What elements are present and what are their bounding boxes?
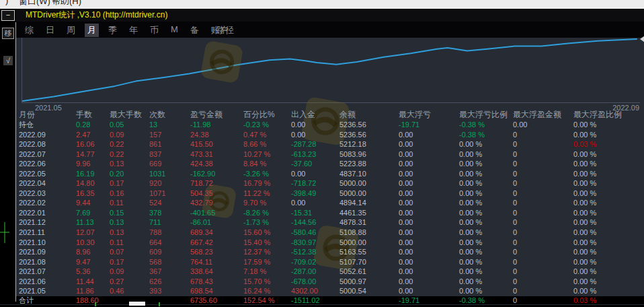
table-cell: 0: [513, 296, 573, 305]
table-row[interactable]: 2021.098.960.07609568.2312.37 %-512.3851…: [16, 247, 644, 257]
table-row[interactable]: 2022.0714.770.22837473.3110.27 %-613.235…: [16, 149, 644, 160]
table-row[interactable]: 2021.1112.070.13788689.3415.60 %-580.465…: [16, 228, 644, 238]
tab-M[interactable]: M: [168, 24, 181, 37]
table-cell: 0.00 %: [573, 257, 644, 267]
scrollbar-thumb[interactable]: [129, 302, 145, 306]
table-cell: 0.46: [110, 286, 149, 296]
table-cell: 11.44: [76, 277, 110, 287]
tab-综[interactable]: 综: [22, 24, 36, 37]
equity-chart[interactable]: [22, 38, 640, 103]
table-cell: 0.00: [399, 286, 459, 296]
move-tool-button[interactable]: 移: [2, 28, 14, 39]
table-row[interactable]: 2021.0611.440.27626678.4315.70 %-678.005…: [16, 277, 644, 287]
table-cell: 0.20: [110, 169, 149, 179]
table-row[interactable]: 2022.0516.190.201031-162.90-3.26 %0.0048…: [16, 169, 644, 179]
table-cell: 2.47: [76, 130, 110, 140]
table-cell: 788: [149, 228, 190, 238]
table-cell: 0.13: [110, 159, 149, 169]
table-cell: 0.00 %: [573, 149, 644, 160]
table-cell: 0.00 %: [459, 267, 513, 277]
table-cell: 0.00: [399, 198, 459, 208]
table-row[interactable]: 2022.0816.060.22861415.508.66 %-287.2852…: [16, 139, 644, 149]
bottom-scrollbar-track[interactable]: [0, 304, 644, 307]
tab-币[interactable]: 币: [147, 24, 161, 37]
table-cell: 0.00 %: [459, 159, 513, 169]
table-cell: -613.23: [291, 149, 339, 160]
table-cell: 4461.35: [339, 208, 399, 218]
tab-bar: 综日周月季年币M备账户 路径: [16, 22, 644, 38]
table-cell: 0: [513, 277, 573, 287]
table-cell: 2022.06: [19, 159, 76, 169]
table-cell: 2022.07: [19, 149, 76, 160]
table-cell: 0.09: [110, 130, 149, 140]
table-cell: 5107.70: [339, 257, 399, 267]
path-label[interactable]: 路径: [216, 24, 234, 36]
table-cell: 0.11: [110, 198, 149, 208]
table-cell: 0.00: [399, 238, 459, 248]
column-header: 次数: [149, 110, 190, 120]
menu-item-help[interactable]: 帮助(H): [52, 0, 81, 7]
table-cell: 0.00 %: [573, 286, 644, 296]
table-cell: 0.00: [399, 257, 459, 267]
table-cell: 17.59 %: [243, 257, 291, 267]
table-cell: 393: [149, 286, 190, 296]
table-row[interactable]: 2021.089.470.17568764.1117.59 %-709.0251…: [16, 257, 644, 267]
table-cell: 2021.12: [19, 217, 76, 228]
table-cell: -718.72: [291, 178, 339, 189]
table-cell: 5083.96: [339, 149, 399, 160]
table-row[interactable]: 2022.092.470.0915724.380.47 %0.005236.56…: [16, 130, 644, 140]
table-cell: 0.00 %: [459, 208, 513, 218]
column-header: 月份: [19, 110, 76, 120]
table-cell: -830.97: [291, 238, 339, 248]
table-row[interactable]: 2021.1211.130.13711-86.01-1.73 %-144.564…: [16, 217, 644, 228]
menu-item-window[interactable]: 窗口(W): [19, 0, 50, 7]
check-tool-button[interactable]: √: [3, 56, 13, 65]
table-cell: 14.80: [76, 178, 110, 189]
table-cell: 152.54 %: [243, 296, 291, 305]
table-row[interactable]: 2022.029.440.11524432.799.70 %0.004894.1…: [16, 198, 644, 208]
table-cell: 0: [513, 208, 573, 218]
table-row[interactable]: 2021.075.360.09367338.647.18 %-287.00505…: [16, 267, 644, 277]
table-row[interactable]: 2021.1010.300.11664667.4215.40 %-830.975…: [16, 238, 644, 248]
tab-季[interactable]: 季: [106, 24, 120, 37]
table-cell: 0: [513, 130, 573, 140]
table-cell: 2022.01: [19, 208, 76, 218]
table-row[interactable]: 持仓0.280.0513-11.98-0.23 %0.005236.56-19.…: [16, 120, 644, 130]
title-bar[interactable]: MTDriver统计 ,V3.10 (http://mtdriver.cn): [16, 9, 644, 22]
table-row[interactable]: 2022.0414.800.17920718.7216.79 %-718.725…: [16, 178, 644, 189]
table-cell: 14.77: [76, 149, 110, 160]
table-cell: 0: [513, 159, 573, 169]
table-cell: 0.00 %: [459, 169, 513, 179]
table-cell: 0.00 %: [573, 178, 644, 189]
table-cell: 11.22 %: [243, 189, 291, 199]
table-row[interactable]: 2021.0511.860.46393698.5416.24 %4302.005…: [16, 286, 644, 296]
table-row[interactable]: 2022.069.960.13669424.388.84 %-37.605223…: [16, 159, 644, 169]
scrollbar-tick: [159, 302, 160, 306]
table-cell: 0.17: [110, 257, 149, 267]
table-cell: 5.36: [76, 267, 110, 277]
table-cell: 2022.04: [19, 178, 76, 189]
table-cell: 0: [513, 178, 573, 189]
table-cell: 0.00 %: [573, 238, 644, 248]
table-row[interactable]: 2022.0316.350.161071504.3511.22 %-398.49…: [16, 189, 644, 199]
table-cell: 9.70 %: [243, 198, 291, 208]
table-cell: 837: [149, 149, 190, 160]
table-cell: 1071: [149, 189, 190, 199]
table-row-total[interactable]: 合计188.606735.60152.54 %-1511.02-19.71-0.…: [16, 296, 644, 305]
tab-月[interactable]: 月: [85, 24, 99, 37]
table-cell: 16.24 %: [243, 286, 291, 296]
minimize-button[interactable]: −: [1, 10, 15, 21]
tab-日[interactable]: 日: [43, 24, 57, 37]
menu-item-fragment[interactable]: ): [5, 0, 8, 5]
table-cell: 5052.61: [339, 267, 399, 277]
tab-周[interactable]: 周: [64, 24, 78, 37]
table-cell: 0.22: [110, 149, 149, 160]
table-row[interactable]: 2022.017.690.15378-401.65-8.26 %-15.3144…: [16, 208, 644, 218]
table-cell: 568.23: [190, 247, 243, 257]
os-menu-bar: ) 窗口(W) 帮助(H): [0, 0, 644, 9]
table-cell: -8.26 %: [243, 208, 291, 218]
table-cell: 0: [513, 228, 573, 238]
table-cell: 0.00 %: [459, 247, 513, 257]
tab-备[interactable]: 备: [188, 24, 202, 37]
tab-年[interactable]: 年: [126, 24, 140, 37]
